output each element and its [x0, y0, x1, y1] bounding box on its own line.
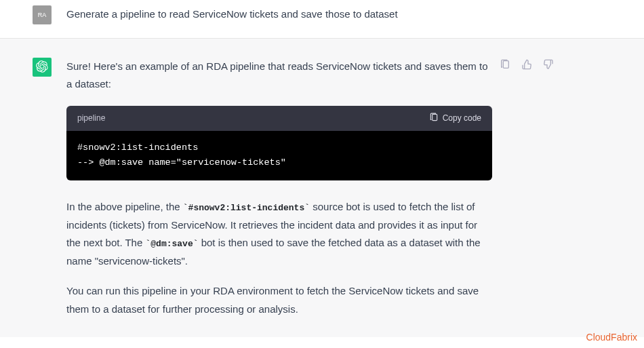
- clipboard-icon: [500, 59, 510, 72]
- copy-code-button[interactable]: Copy code: [429, 113, 481, 124]
- clipboard-icon: [429, 113, 439, 124]
- assistant-message-row: Sure! Here's an example of an RDA pipeli…: [0, 38, 644, 337]
- copy-message-button[interactable]: [498, 58, 512, 73]
- user-message-row: RA Generate a pipeline to read ServiceNo…: [0, 0, 644, 38]
- user-avatar: RA: [33, 5, 52, 24]
- assistant-explanation-p2: You can run this pipeline in your RDA en…: [66, 282, 492, 318]
- watermark-label: CloudFabrix: [586, 332, 637, 343]
- svg-rect-0: [432, 114, 437, 120]
- message-action-icons: [498, 58, 556, 73]
- code-language-label: pipeline: [77, 111, 105, 125]
- openai-icon: [36, 60, 48, 74]
- user-message-content: Generate a pipeline to read ServiceNow t…: [66, 5, 492, 24]
- svg-rect-1: [503, 60, 508, 68]
- thumbs-up-icon: [521, 59, 532, 72]
- assistant-intro-text: Sure! Here's an example of an RDA pipeli…: [66, 58, 492, 94]
- inline-code-source-bot: `#snowv2:list-incidents`: [183, 203, 310, 213]
- copy-code-label: Copy code: [443, 113, 481, 123]
- code-content: #snowv2:list-incidents --> @dm:save name…: [66, 131, 492, 181]
- assistant-explanation-p1: In the above pipeline, the `#snowv2:list…: [66, 198, 492, 270]
- thumbs-down-icon: [543, 59, 554, 72]
- inline-code-save-bot: `@dm:save`: [145, 239, 198, 249]
- user-avatar-label: RA: [38, 12, 47, 18]
- assistant-message-content: Sure! Here's an example of an RDA pipeli…: [66, 58, 492, 318]
- code-block: pipeline Copy code #snowv2:list-incident…: [66, 106, 492, 181]
- user-message-text: Generate a pipeline to read ServiceNow t…: [66, 8, 398, 20]
- code-block-header: pipeline Copy code: [66, 106, 492, 131]
- thumbs-up-button[interactable]: [519, 58, 534, 73]
- assistant-avatar: [33, 58, 52, 77]
- text-fragment: In the above pipeline, the: [66, 201, 183, 212]
- thumbs-down-button[interactable]: [541, 58, 556, 73]
